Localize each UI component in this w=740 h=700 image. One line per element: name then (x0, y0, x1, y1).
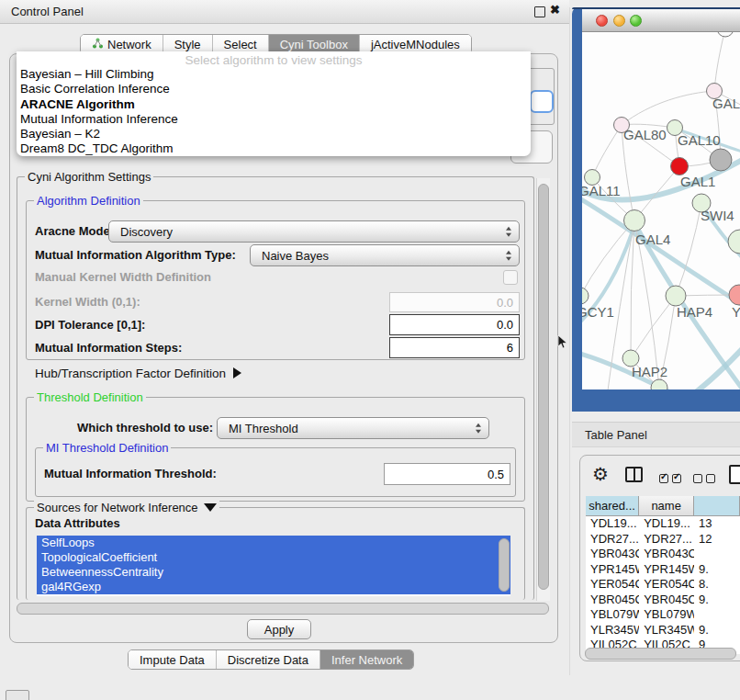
close-window-icon[interactable]: ✖ (550, 3, 560, 17)
collapse-down-icon[interactable] (204, 503, 217, 512)
settings-vscroll-thumb[interactable] (538, 184, 549, 590)
table-cell: YBR045C (639, 593, 694, 608)
table-cell: YBR043C (639, 547, 694, 562)
algorithm-option-bayesian-k2[interactable]: Bayesian – K2 (17, 127, 531, 141)
apply-button[interactable]: Apply (247, 619, 311, 639)
network-canvas[interactable]: GALGAL80GAL10GAL1GAL11SWI4GAL4GCY1HAP4YH… (582, 32, 740, 390)
table-row[interactable]: YDR27...YDR27...12 (586, 532, 740, 548)
table-hscroll-thumb[interactable] (585, 648, 736, 660)
table-row[interactable]: YER054CYER054C8. (586, 577, 740, 593)
table-row[interactable]: YBR045CYBR045C9. (586, 593, 740, 608)
network-node[interactable] (728, 230, 740, 254)
table-cell: YER054C (586, 577, 639, 593)
tab-jactivemnodules[interactable]: jActiveMNodules (359, 35, 471, 53)
hub-definition-label: Hub/Transcription Factor Definition (35, 367, 226, 380)
network-edge[interactable] (622, 91, 714, 125)
threshold-definition-label: Threshold Definition (34, 390, 146, 404)
combo-stepper-icon (506, 227, 511, 237)
node-table: shared...name YDL19...YDL19...13YDR27...… (586, 496, 740, 654)
tab-select[interactable]: Select (212, 35, 268, 53)
sources-title: Sources for Network Inference (37, 501, 198, 514)
column-header-hidden[interactable] (694, 496, 740, 516)
table-cell: 9. (694, 562, 740, 578)
mi-type-combo[interactable]: Naive Bayes (250, 244, 520, 266)
tab-label: jActiveMNodules (371, 38, 460, 51)
network-edge[interactable] (631, 296, 676, 358)
float-window-icon[interactable] (534, 6, 545, 17)
tab-infer-network[interactable]: Infer Network (320, 650, 413, 669)
tab-label: Impute Data (140, 653, 205, 667)
collapsed-panel-button[interactable] (6, 690, 29, 700)
tab-impute-data[interactable]: Impute Data (129, 650, 216, 669)
select-all-checkboxes-icon[interactable] (659, 470, 681, 487)
minimize-traffic-light[interactable] (613, 15, 625, 27)
network-node-y[interactable] (729, 285, 740, 305)
algorithm-option-mutual-information-inference[interactable]: Mutual Information Inference (17, 112, 531, 127)
network-node-hap4[interactable] (666, 286, 686, 306)
table-cell (694, 547, 740, 562)
deselect-all-checkboxes-icon[interactable] (693, 470, 715, 487)
attribute-item-topologicalcoefficient[interactable]: TopologicalCoefficient (37, 550, 510, 565)
mi-threshold-label: Mutual Information Threshold: (44, 463, 217, 485)
settings-hscroll-thumb[interactable] (17, 603, 549, 615)
network-edge[interactable] (592, 125, 622, 177)
manual-kernel-checkbox[interactable] (503, 270, 518, 285)
network-node-gcy1[interactable] (582, 288, 589, 304)
network-edge[interactable] (676, 203, 701, 296)
column-header-name[interactable]: name (639, 496, 694, 516)
column-header-shared[interactable]: shared... (586, 496, 639, 516)
aracne-mode-combo[interactable]: Discovery (108, 220, 520, 243)
network-node[interactable] (717, 32, 734, 37)
tab-discretize-data[interactable]: Discretize Data (216, 650, 320, 669)
hub-definition-toggle[interactable]: Hub/Transcription Factor Definition (35, 367, 241, 380)
tab-label: Select (224, 38, 257, 51)
table-cell (694, 607, 740, 623)
network-node[interactable] (651, 379, 667, 390)
kernel-width-label: Kernel Width (0,1): (35, 292, 140, 312)
kernel-width-input[interactable] (389, 292, 520, 312)
table-row[interactable]: YBR043CYBR043C (586, 547, 740, 562)
zoom-traffic-light[interactable] (630, 15, 642, 27)
network-node-gal4[interactable] (624, 210, 645, 231)
table-cell: 8. (694, 577, 740, 593)
tab-cyni-toolbox[interactable]: Cyni Toolbox (268, 35, 359, 53)
settings-gear-icon[interactable]: ⚙ (592, 465, 609, 483)
attribute-item-gal4rgexp[interactable]: gal4RGexp (37, 580, 510, 594)
attributes-list-scrollbar[interactable] (499, 538, 510, 592)
table-cell: YBL079W (586, 607, 639, 623)
mi-steps-input[interactable] (389, 337, 520, 358)
network-node-gal1[interactable] (671, 158, 689, 175)
network-node[interactable] (710, 149, 732, 171)
close-traffic-light[interactable] (596, 15, 608, 27)
table-cell: YDL19... (586, 516, 639, 532)
algorithm-option-bayesian-hill-climbing[interactable]: Bayesian – Hill Climbing (17, 67, 531, 82)
attribute-item-betweennesscentrality[interactable]: BetweennessCentrality (37, 565, 510, 580)
mi-threshold-input[interactable] (384, 463, 510, 485)
algorithm-option-basic-correlation-inference[interactable]: Basic Correlation Inference (17, 82, 531, 96)
table-row[interactable]: YLR345WYLR345W9. (586, 623, 740, 638)
table-cell: YDR27... (639, 532, 694, 548)
table-cell: YDR27... (586, 532, 639, 548)
tab-network[interactable]: Network (81, 35, 163, 53)
node-label: SWI4 (701, 208, 734, 223)
attribute-item-selfloops[interactable]: SelfLoops (37, 536, 510, 550)
new-table-icon[interactable] (729, 465, 740, 484)
which-threshold-combo[interactable]: MI Threshold (217, 417, 489, 439)
algorithm-option-dream8-dc-tdc-algorithm[interactable]: Dream8 DC_TDC Algorithm (17, 141, 531, 156)
dpi-tolerance-input[interactable] (389, 314, 520, 335)
algorithm-popup-list: Bayesian – Hill ClimbingBasic Correlatio… (17, 67, 531, 157)
tab-label: Infer Network (331, 653, 402, 667)
table-row[interactable]: YDL19...YDL19...13 (586, 516, 740, 532)
table-row[interactable]: YPR145WYPR145W9. (586, 562, 740, 578)
network-view-window: GALGAL80GAL10GAL1GAL11SWI4GAL4GCY1HAP4YH… (572, 7, 740, 412)
tab-style[interactable]: Style (163, 35, 212, 53)
algorithm-option-aracne-algorithm[interactable]: ARACNE Algorithm (17, 97, 531, 112)
tab-label: Style (174, 38, 201, 51)
screen: Control Panel ✖ NetworkStyleSelectCyni T… (0, 0, 740, 700)
aracne-mode-value: Discovery (120, 225, 173, 239)
table-panel-header: Table Panel (572, 422, 740, 447)
network-window-titlebar[interactable] (582, 9, 740, 32)
table-row[interactable]: YBL079WYBL079W (586, 607, 740, 623)
show-columns-icon[interactable] (625, 467, 643, 482)
network-edge[interactable] (714, 32, 725, 91)
